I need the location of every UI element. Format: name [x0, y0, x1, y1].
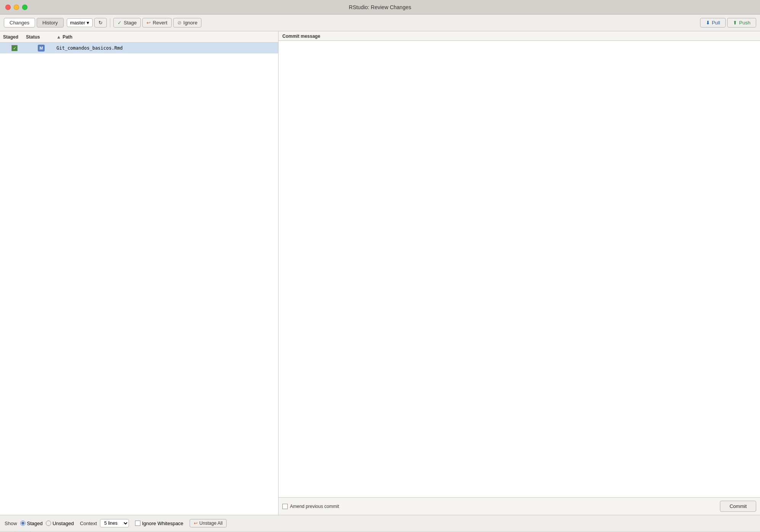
- staged-checkbox[interactable]: ✓: [11, 45, 18, 51]
- table-row[interactable]: ✓ M Git_comandos_basicos.Rmd: [0, 43, 278, 53]
- staged-column-header: Staged: [3, 34, 26, 40]
- staged-radio[interactable]: Staged: [20, 521, 43, 526]
- main-toolbar: Changes History master ▾ ↻ ✓ Stage ↩ Rev…: [0, 15, 760, 31]
- context-lines-select[interactable]: 5 lines 3 lines 10 lines All: [100, 519, 129, 527]
- changes-tab[interactable]: Changes: [4, 18, 35, 27]
- status-cell: M: [26, 45, 56, 52]
- top-split-area: Staged Status ▲ Path ✓ M Git_comandos_ba…: [0, 31, 760, 515]
- branch-name: master: [70, 20, 85, 26]
- unstage-all-button[interactable]: ↩ Unstage All: [190, 519, 227, 527]
- amend-checkbox[interactable]: [282, 504, 288, 509]
- pull-button[interactable]: ⬇ Pull: [700, 18, 726, 27]
- show-label: Show: [5, 521, 17, 526]
- window-title: RStudio: Review Changes: [349, 4, 411, 10]
- close-button[interactable]: [5, 5, 11, 10]
- path-header-label: Path: [63, 34, 72, 40]
- stage-button[interactable]: ✓ Stage: [113, 18, 141, 27]
- refresh-icon: ↻: [98, 20, 103, 26]
- staged-cell[interactable]: ✓: [3, 45, 26, 51]
- file-list: ✓ M Git_comandos_basicos.Rmd: [0, 43, 278, 515]
- show-toolbar: Show Staged Unstaged Context 5 lines 3 l…: [0, 515, 760, 532]
- minimize-button[interactable]: [14, 5, 19, 10]
- title-bar: RStudio: Review Changes: [0, 0, 760, 15]
- staged-radio-label: Staged: [27, 521, 43, 526]
- path-column-header: ▲ Path: [56, 34, 275, 40]
- branch-selector[interactable]: master ▾: [67, 18, 93, 27]
- amend-label: Amend previous commit: [290, 504, 339, 509]
- commit-panel: Commit message Amend previous commit Com…: [279, 31, 760, 515]
- unstage-all-label: Unstage All: [200, 521, 223, 526]
- sort-arrow-icon: ▲: [56, 34, 61, 40]
- push-arrow-icon: ⬆: [733, 20, 737, 26]
- staged-radio-dot: [21, 522, 24, 525]
- push-button[interactable]: ⬆ Push: [727, 18, 756, 27]
- unstaged-radio[interactable]: Unstaged: [46, 521, 74, 526]
- unstage-icon: ↩: [194, 521, 198, 526]
- file-panel: Staged Status ▲ Path ✓ M Git_comandos_ba…: [0, 31, 279, 515]
- commit-button[interactable]: Commit: [720, 501, 756, 512]
- ignore-whitespace-checkbox[interactable]: [135, 521, 140, 526]
- separator: [110, 18, 110, 27]
- bottom-panel: Show Staged Unstaged Context 5 lines 3 l…: [0, 515, 760, 532]
- ignore-icon: ⊘: [177, 20, 182, 26]
- ignore-label: Ignore: [184, 20, 198, 26]
- refresh-button[interactable]: ↻: [94, 18, 107, 27]
- ignore-whitespace-label: Ignore Whitespace: [142, 521, 183, 526]
- context-label: Context: [80, 521, 97, 526]
- check-icon: ✓: [118, 20, 122, 26]
- path-cell: Git_comandos_basicos.Rmd: [56, 45, 275, 51]
- revert-button[interactable]: ↩ Revert: [142, 18, 171, 27]
- pull-label: Pull: [712, 20, 720, 26]
- unstaged-radio-circle[interactable]: [46, 521, 51, 526]
- staged-radio-circle[interactable]: [20, 521, 26, 526]
- branch-chevron-icon: ▾: [87, 20, 89, 26]
- history-tab[interactable]: History: [37, 18, 63, 27]
- revert-icon: ↩: [147, 20, 151, 26]
- amend-row: Amend previous commit: [282, 504, 339, 509]
- file-table-header: Staged Status ▲ Path: [0, 31, 278, 43]
- commit-message-input[interactable]: [279, 41, 760, 497]
- unstaged-radio-label: Unstaged: [53, 521, 74, 526]
- stage-label: Stage: [124, 20, 137, 26]
- window-controls: [5, 5, 27, 10]
- commit-footer: Amend previous commit Commit: [279, 497, 760, 515]
- pull-arrow-icon: ⬇: [706, 20, 710, 26]
- revert-label: Revert: [153, 20, 167, 26]
- commit-message-label: Commit message: [279, 31, 760, 41]
- status-column-header: Status: [26, 34, 56, 40]
- ignore-whitespace-row: Ignore Whitespace: [135, 521, 183, 526]
- ignore-button[interactable]: ⊘ Ignore: [173, 18, 202, 27]
- maximize-button[interactable]: [22, 5, 27, 10]
- push-label: Push: [739, 20, 750, 26]
- status-badge: M: [38, 45, 45, 52]
